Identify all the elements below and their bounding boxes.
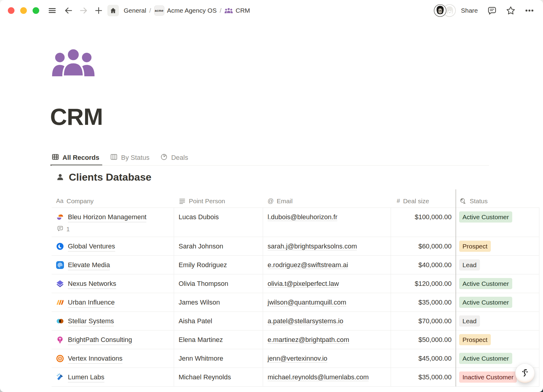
email-link[interactable]: e.rodriguez@swiftstream.ai (268, 261, 348, 269)
point-person-cell[interactable]: Emily Rodriguez (174, 256, 263, 274)
column-header-email[interactable]: @ Email (263, 198, 391, 205)
company-cell[interactable]: Urban Influence (52, 293, 174, 311)
email-cell[interactable]: l.dubois@bleuhorizon.fr (263, 208, 391, 237)
deal-size-cell[interactable]: $70,000.00 (391, 312, 456, 330)
deal-size-cell[interactable]: $50,000.00 (391, 330, 456, 349)
company-name-link[interactable]: Elevate Media (68, 260, 110, 270)
column-header-deal-size[interactable]: # Deal size (391, 198, 456, 205)
company-name-link[interactable]: Urban Influence (68, 297, 115, 308)
page-icon-people-group[interactable] (51, 48, 95, 79)
status-badge[interactable]: Prospect (459, 241, 491, 252)
status-badge[interactable]: Lead (459, 315, 480, 327)
page-title[interactable]: CRM (50, 103, 103, 131)
status-cell[interactable]: Active Customer (456, 293, 539, 311)
point-person-cell[interactable]: Jenn Whitmore (174, 349, 263, 368)
email-cell[interactable]: olivia.t@pixelperfect.law (263, 274, 391, 293)
status-badge[interactable]: Lead (459, 259, 480, 270)
email-link[interactable]: jenn@vertexinnov.io (268, 355, 327, 362)
email-cell[interactable]: jenn@vertexinnov.io (263, 349, 391, 368)
column-divider[interactable] (391, 208, 391, 387)
company-cell[interactable]: Lumen Labs (52, 368, 174, 386)
company-name-link[interactable]: Vertex Innovations (68, 353, 122, 364)
status-badge[interactable]: Active Customer (459, 353, 512, 364)
company-name-link[interactable]: BrightPath Consulting (68, 335, 132, 345)
favorite-star-icon[interactable] (506, 5, 516, 16)
new-tab-icon[interactable] (94, 6, 103, 15)
company-cell[interactable]: BrightPath Consulting (52, 330, 174, 349)
status-cell[interactable]: Lead (456, 256, 539, 274)
deal-size-cell[interactable]: $35,000.00 (391, 293, 456, 311)
more-options-icon[interactable] (524, 5, 535, 16)
company-cell[interactable]: Vertex Innovations (52, 349, 174, 368)
company-name-link[interactable]: Bleu Horizon Management (68, 212, 146, 222)
status-cell[interactable]: Active Customer (456, 208, 539, 237)
sidebar-toggle-icon[interactable] (48, 6, 57, 15)
minimize-button[interactable] (20, 7, 27, 14)
company-cell[interactable]: Stellar Systems (52, 312, 174, 330)
column-header-company[interactable]: Aa Company (52, 198, 174, 205)
point-person-cell[interactable]: Lucas Dubois (174, 208, 263, 237)
comments-icon[interactable] (487, 5, 497, 16)
comment-indicator[interactable]: 1 (52, 222, 174, 233)
point-person-cell[interactable]: Olivia Thompson (174, 274, 263, 293)
company-cell[interactable]: Nexus Networks (52, 274, 174, 293)
email-cell[interactable]: a.patel@stellarsystems.io (263, 312, 391, 330)
deal-size-cell[interactable]: $35,000.00 (391, 368, 456, 386)
status-badge[interactable]: Active Customer (459, 297, 512, 308)
email-link[interactable]: jwilson@quantumquill.com (268, 299, 346, 306)
deal-size-cell[interactable]: $100,000.00 (391, 208, 456, 237)
back-icon[interactable] (64, 6, 73, 15)
company-cell[interactable]: Bleu Horizon Management 1 (52, 208, 174, 237)
company-name-link[interactable]: Lumen Labs (68, 372, 104, 382)
column-header-point-person[interactable]: Point Person (174, 198, 263, 205)
email-link[interactable]: a.patel@stellarsystems.io (268, 317, 343, 325)
email-cell[interactable]: sarah.j@brightsparksolns.com (263, 237, 391, 255)
share-button[interactable]: Share (461, 7, 478, 14)
deal-size-cell[interactable]: $120,000.00 (391, 274, 456, 293)
notion-ai-button[interactable] (515, 364, 535, 383)
company-name-link[interactable]: Global Ventures (68, 241, 115, 251)
email-link[interactable]: sarah.j@brightsparksolns.com (268, 242, 357, 250)
company-cell[interactable]: Global Ventures (52, 237, 174, 255)
status-badge[interactable]: Prospect (459, 334, 491, 345)
point-person-cell[interactable]: Elena Martinez (174, 330, 263, 349)
point-person-cell[interactable]: Aisha Patel (174, 312, 263, 330)
deal-size-cell[interactable]: $45,000.00 (391, 349, 456, 368)
point-person-cell[interactable]: Sarah Johnson (174, 237, 263, 255)
tab-by-status[interactable]: By Status (110, 150, 149, 166)
breadcrumb-item[interactable]: acme Acme Agency OS (152, 4, 219, 17)
email-link[interactable]: olivia.t@pixelperfect.law (268, 280, 339, 288)
close-button[interactable] (8, 7, 14, 14)
company-cell[interactable]: Elevate Media (52, 256, 174, 274)
avatar[interactable] (434, 4, 446, 17)
tab-deals[interactable]: Deals (160, 150, 188, 166)
column-divider[interactable] (263, 208, 263, 387)
status-cell[interactable]: Prospect (456, 237, 539, 255)
breadcrumb-item[interactable]: General (122, 6, 148, 15)
home-button[interactable] (107, 5, 119, 16)
status-cell[interactable]: Active Customer (456, 274, 539, 293)
company-name-link[interactable]: Stellar Systems (68, 316, 114, 326)
column-divider[interactable] (174, 208, 174, 387)
email-cell[interactable]: e.rodriguez@swiftstream.ai (263, 256, 391, 274)
email-link[interactable]: e.martinez@brightpath.com (268, 336, 349, 344)
status-column-divider[interactable] (456, 189, 456, 387)
email-cell[interactable]: jwilson@quantumquill.com (263, 293, 391, 311)
email-link[interactable]: michael.reynolds@lumenlabs.com (268, 373, 369, 381)
email-cell[interactable]: michael.reynolds@lumenlabs.com (263, 368, 391, 386)
status-cell[interactable]: Lead (456, 312, 539, 330)
deal-size-cell[interactable]: $40,000.00 (391, 256, 456, 274)
zoom-button[interactable] (33, 7, 39, 14)
company-name-link[interactable]: Nexus Networks (68, 279, 116, 289)
forward-icon[interactable] (79, 6, 88, 15)
breadcrumb-item[interactable]: CRM (223, 6, 252, 15)
point-person-cell[interactable]: Michael Reynolds (174, 368, 263, 386)
column-divider[interactable] (539, 208, 539, 387)
status-badge[interactable]: Inactive Customer (459, 371, 517, 383)
tab-all-records[interactable]: All Records (52, 150, 99, 166)
deal-size-cell[interactable]: $60,000.00 (391, 237, 456, 255)
email-cell[interactable]: e.martinez@brightpath.com (263, 330, 391, 349)
status-cell[interactable]: Prospect (456, 330, 539, 349)
column-header-status[interactable]: Status (456, 198, 539, 205)
status-badge[interactable]: Active Customer (459, 278, 512, 289)
